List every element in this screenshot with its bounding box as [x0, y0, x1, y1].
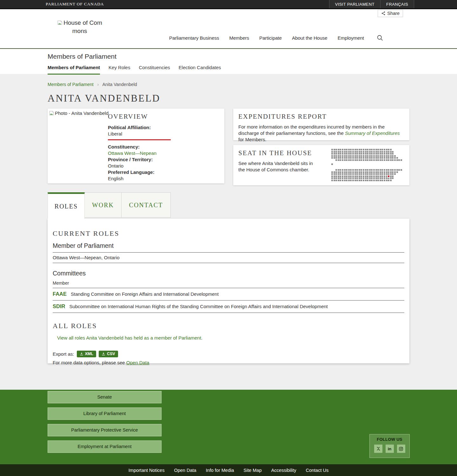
export-xml-button[interactable]: XML — [77, 351, 96, 357]
contact-us-link[interactable]: Contact Us — [306, 468, 328, 473]
committee-code-sdir[interactable]: SDIR — [53, 303, 65, 309]
constituency-link[interactable]: Ottawa West—Nepean — [108, 150, 219, 156]
seat — [338, 175, 339, 177]
seat — [381, 177, 383, 179]
library-of-parliament-button[interactable]: Library of Parliament — [48, 407, 162, 420]
seat — [359, 149, 360, 150]
open-data-footer-link[interactable]: Open Data — [174, 468, 196, 473]
visit-parliament-link[interactable]: VISIT PARLIAMENT — [329, 0, 380, 8]
seat — [384, 175, 385, 177]
seat — [348, 180, 350, 181]
language-toggle-link[interactable]: FRANÇAIS — [380, 0, 414, 8]
seat — [335, 175, 337, 177]
seat — [335, 180, 337, 181]
seat — [338, 157, 339, 159]
seat — [350, 153, 352, 155]
seat — [361, 153, 362, 155]
seat — [356, 149, 358, 150]
follow-us-title: FOLLOW US — [370, 437, 409, 442]
tab-work[interactable]: WORK — [85, 192, 122, 218]
tab-members-of-parliament[interactable]: Members of Parliament — [48, 65, 100, 75]
search-button[interactable] — [377, 35, 383, 41]
expenditures-title: EXPENDITURES REPORT — [238, 113, 404, 121]
house-of-commons-logo[interactable]: House of Commons — [56, 19, 103, 35]
instagram-button[interactable] — [397, 445, 405, 453]
seat — [390, 153, 392, 155]
info-for-media-link[interactable]: Info for Media — [206, 468, 234, 473]
seat — [363, 171, 364, 173]
tab-roles[interactable]: ROLES — [48, 192, 85, 219]
search-icon — [377, 35, 383, 41]
parliamentary-protective-service-button[interactable]: Parliamentary Protective Service — [48, 424, 162, 436]
seat — [394, 155, 396, 157]
committee-code-faae[interactable]: FAAE — [53, 291, 67, 297]
seat — [342, 171, 343, 173]
tab-constituencies[interactable]: Constituencies — [139, 65, 170, 75]
roles-panel: CURRENT ROLES Member of Parliament Ottaw… — [48, 219, 409, 363]
main-navigation: Parliamentary Business Members Participa… — [169, 35, 383, 41]
summary-of-expenditures-link[interactable]: Summary of Expenditures — [345, 130, 400, 136]
employment-at-parliament-button[interactable]: Employment at Parliament — [48, 440, 162, 453]
seat — [352, 159, 354, 161]
seat — [361, 159, 362, 161]
nav-members[interactable]: Members — [229, 35, 249, 41]
nav-about-the-house[interactable]: About the House — [292, 35, 328, 41]
expenditures-text-after: for Members. — [238, 137, 266, 142]
seat-description: See where Anita Vandenbeld sits in the H… — [238, 160, 318, 173]
seat — [371, 149, 373, 150]
seat — [377, 180, 379, 181]
seat — [335, 153, 337, 155]
nav-parliamentary-business[interactable]: Parliamentary Business — [169, 35, 219, 41]
linkedin-button[interactable]: in — [386, 445, 394, 453]
download-icon — [80, 352, 83, 356]
seat — [338, 171, 339, 173]
seat — [388, 149, 389, 150]
committee-name: Subcommittee on International Human Righ… — [69, 304, 328, 309]
seat — [344, 159, 346, 161]
share-button[interactable]: Share — [378, 10, 403, 17]
seat — [350, 173, 352, 175]
seat — [342, 177, 343, 179]
seat — [373, 153, 375, 155]
seat — [371, 169, 373, 171]
seat — [331, 149, 333, 150]
tab-election-candidates[interactable]: Election Candidates — [179, 65, 221, 75]
view-all-roles-link[interactable]: View all roles Anita Vandenbeld has held… — [57, 335, 202, 340]
seat — [344, 157, 346, 159]
seat — [356, 177, 358, 179]
export-csv-button[interactable]: CSV — [99, 351, 118, 357]
party-color-bar — [108, 139, 171, 140]
committee-row: FAAE Standing Committee on Foreign Affai… — [53, 288, 404, 300]
seat — [344, 155, 346, 157]
nav-employment[interactable]: Employment — [338, 35, 364, 41]
seat — [377, 175, 379, 177]
open-data-link[interactable]: Open Data — [126, 360, 149, 365]
seat — [390, 149, 392, 150]
seat — [346, 155, 348, 157]
accessibility-link[interactable]: Accessibility — [271, 468, 296, 473]
seat — [350, 159, 352, 161]
divider — [53, 313, 404, 313]
breadcrumb-members-link[interactable]: Members of Parliament — [48, 82, 94, 87]
seat — [334, 175, 335, 177]
seat — [361, 171, 362, 173]
seat — [340, 151, 341, 153]
important-notices-link[interactable]: Important Notices — [129, 468, 165, 473]
seat — [348, 175, 350, 177]
seat — [375, 149, 377, 150]
site-map-link[interactable]: Site Map — [243, 468, 262, 473]
tab-key-roles[interactable]: Key Roles — [109, 65, 130, 75]
tab-contact[interactable]: CONTACT — [122, 192, 171, 218]
seat — [386, 173, 387, 175]
seat — [340, 159, 341, 161]
seat — [381, 153, 383, 155]
seat — [359, 180, 360, 181]
seat — [354, 151, 356, 153]
parliament-brand[interactable]: PARLIAMENT OF CANADA — [46, 2, 104, 7]
senate-button[interactable]: Senate — [48, 391, 162, 403]
seat — [380, 180, 381, 181]
seat — [367, 155, 368, 157]
seat — [348, 155, 350, 157]
x-twitter-button[interactable] — [374, 445, 382, 453]
nav-participate[interactable]: Participate — [259, 35, 282, 41]
